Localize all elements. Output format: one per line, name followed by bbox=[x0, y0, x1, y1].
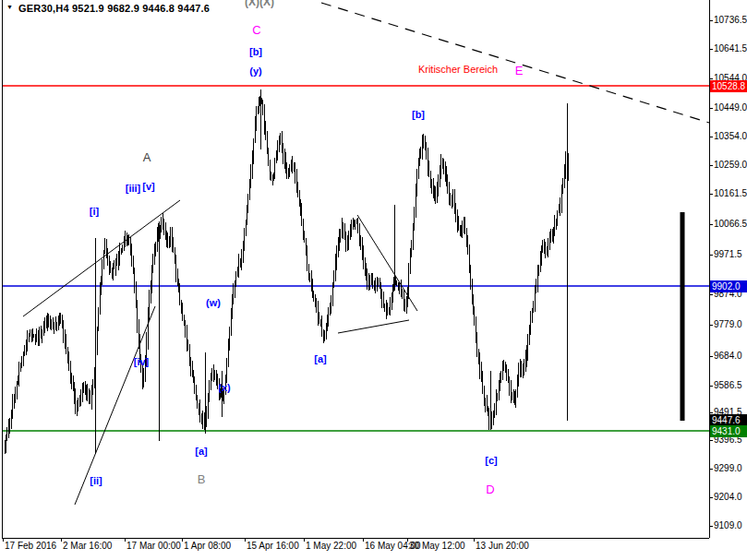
wave-label: [iv] bbox=[134, 356, 150, 367]
price-axis-label: 10354.0 bbox=[714, 131, 747, 142]
wave-label: [a] bbox=[195, 446, 207, 457]
level-price-badge: 10528.8 bbox=[710, 80, 747, 92]
trendline[interactable] bbox=[338, 320, 409, 333]
wave-label: B bbox=[198, 472, 206, 486]
wave-label: (X)(X) bbox=[245, 0, 274, 8]
time-axis-label: 30 May 12:00 bbox=[409, 541, 465, 551]
wave-label: E bbox=[515, 64, 524, 77]
trendline[interactable] bbox=[23, 200, 180, 316]
time-axis-label: 13 Jun 20:00 bbox=[476, 541, 529, 551]
wave-label: D bbox=[486, 483, 494, 496]
wave-label: A bbox=[143, 150, 151, 164]
price-axis-label: 9586.5 bbox=[714, 380, 742, 391]
wave-label: [i] bbox=[90, 206, 99, 217]
wave-label: [b] bbox=[249, 46, 262, 57]
symbol-dropdown-icon[interactable]: ▼ bbox=[6, 4, 13, 10]
price-axis-label: 10449.0 bbox=[714, 102, 747, 113]
time-axis-label: 1 Apr 08:00 bbox=[184, 541, 231, 551]
price-axis-label: 9971.5 bbox=[714, 249, 742, 260]
time-axis-label: 1 May 22:00 bbox=[306, 541, 356, 551]
wave-label: [b] bbox=[412, 109, 425, 120]
price-axis-label: 9684.0 bbox=[714, 351, 742, 362]
chart-window: 10736.510641.510544.010449.010354.010259… bbox=[0, 0, 747, 560]
annotation-kritischer-bereich: Kritischer Bereich bbox=[418, 64, 498, 75]
time-axis-label: 17 Mar 00:00 bbox=[127, 541, 181, 551]
wave-label: [c] bbox=[485, 455, 497, 466]
price-axis-label: 10736.5 bbox=[714, 15, 747, 26]
level-price-badge: 9431.0 bbox=[710, 425, 747, 437]
price-axis-label: 10066.5 bbox=[714, 219, 747, 230]
wave-label: (w) bbox=[206, 297, 221, 308]
price-chart-svg[interactable] bbox=[0, 0, 747, 560]
trendline[interactable] bbox=[357, 215, 417, 311]
wave-label: (x) bbox=[218, 382, 230, 393]
price-axis-label: 10641.5 bbox=[714, 43, 747, 54]
price-bars[interactable] bbox=[5, 89, 569, 454]
wave-label: (y) bbox=[249, 66, 261, 77]
price-axis-label: 10259.0 bbox=[714, 160, 747, 171]
wave-label: [v] bbox=[142, 181, 154, 192]
wave-label: C bbox=[252, 23, 260, 37]
time-axis-label: 2 Mar 16:00 bbox=[63, 541, 112, 551]
trendline[interactable] bbox=[75, 306, 155, 505]
chart-title: GER30,H4 9521.9 9682.9 9446.8 9447.6 bbox=[18, 3, 210, 14]
time-axis-label: 17 Feb 2016 bbox=[5, 541, 56, 551]
time-axis-label: 15 Apr 16:00 bbox=[247, 541, 299, 551]
price-axis-label: 9779.0 bbox=[714, 319, 742, 330]
price-axis-label: 9109.0 bbox=[714, 520, 742, 531]
wave-label: [a] bbox=[314, 353, 326, 364]
wave-label: [ii] bbox=[90, 475, 102, 486]
price-axis-label: 9299.0 bbox=[714, 463, 742, 474]
current-price-bar bbox=[681, 212, 685, 421]
wave-label: [iii] bbox=[126, 183, 141, 194]
price-axis-label: 9204.0 bbox=[714, 492, 742, 503]
level-price-badge: 9902.0 bbox=[710, 280, 747, 292]
price-axis-label: 10161.5 bbox=[714, 188, 747, 199]
